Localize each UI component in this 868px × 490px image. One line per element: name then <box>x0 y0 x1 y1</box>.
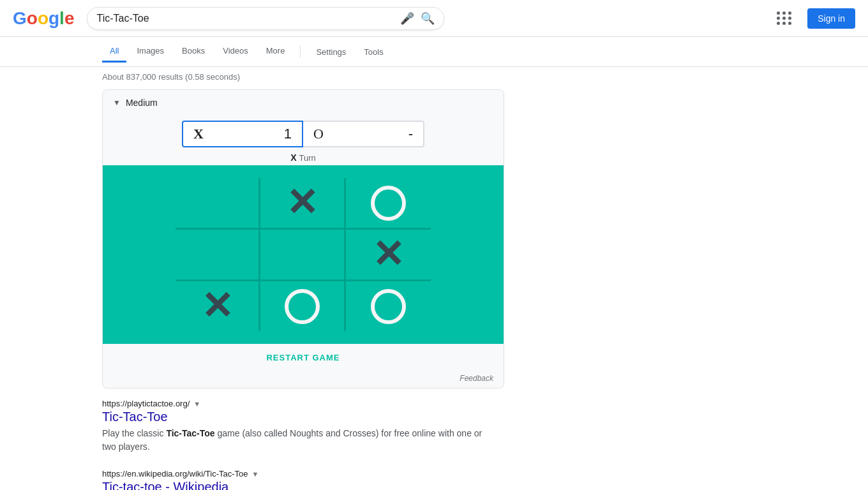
feedback-row: Feedback <box>103 371 504 388</box>
turn-text: Turn <box>299 153 316 163</box>
result-url-2: https://en.wikipedia.org/wiki/Tic-Tac-To… <box>102 469 248 479</box>
search-result-2: https://en.wikipedia.org/wiki/Tic-Tac-To… <box>102 469 485 490</box>
search-input[interactable] <box>96 13 400 24</box>
logo-o1: o <box>27 8 38 29</box>
cell-2-2[interactable] <box>346 281 431 331</box>
header: Google 🎤 🔍 Sign in <box>0 0 868 37</box>
apps-dot <box>777 11 780 15</box>
search-icon[interactable]: 🔍 <box>421 11 435 26</box>
cell-2-0[interactable]: ✕ <box>176 281 260 331</box>
sign-in-button[interactable]: Sign in <box>807 8 855 29</box>
apps-icon[interactable] <box>772 6 797 30</box>
main-content: ▼ Medium X 1 O - X Turn ✕✕✕ RESTART GAME <box>0 89 868 490</box>
cell-0-2[interactable] <box>346 178 431 230</box>
score-o-panel: O - <box>303 121 424 147</box>
dropdown-arrow-icon[interactable]: ▼ <box>113 98 121 107</box>
logo-o2: o <box>38 8 49 29</box>
nav-item-books[interactable]: Books <box>174 41 213 63</box>
cell-1-1[interactable] <box>260 230 345 281</box>
game-card-header: ▼ Medium <box>103 90 504 115</box>
restart-button[interactable]: RESTART GAME <box>103 344 504 371</box>
cell-1-2[interactable]: ✕ <box>346 230 431 281</box>
feedback-link[interactable]: Feedback <box>460 374 493 383</box>
logo-g2: g <box>49 8 59 29</box>
header-right: Sign in <box>772 6 855 30</box>
result-url-1: https://playtictactoe.org/ <box>102 399 190 408</box>
game-board: ✕✕✕ <box>103 165 504 344</box>
logo-l: l <box>59 8 64 29</box>
apps-dot <box>782 17 786 20</box>
x-mark: ✕ <box>201 287 233 325</box>
o-mark <box>285 289 320 324</box>
microphone-icon[interactable]: 🎤 <box>400 11 414 26</box>
nav-item-videos[interactable]: Videos <box>215 41 256 63</box>
cell-0-0[interactable] <box>176 178 260 230</box>
nav: All Images Books Videos More Settings To… <box>0 37 868 67</box>
apps-dot <box>782 22 786 25</box>
apps-dot <box>777 22 780 25</box>
score-x-panel: X 1 <box>182 121 303 147</box>
score-o-label: O <box>313 126 324 142</box>
x-mark: ✕ <box>286 184 318 222</box>
google-logo[interactable]: Google <box>13 8 74 29</box>
turn-indicator: X Turn <box>103 150 504 165</box>
result-url-arrow-2[interactable]: ▼ <box>252 470 259 478</box>
result-url-row-1: https://playtictactoe.org/ ▼ <box>102 399 485 408</box>
game-card: ▼ Medium X 1 O - X Turn ✕✕✕ RESTART GAME <box>102 89 504 389</box>
apps-dot <box>788 22 791 25</box>
turn-player: X <box>290 152 296 163</box>
search-icons: 🎤 🔍 <box>400 11 435 26</box>
result-snippet-1: Play the classic Tic-Tac-Toe game (also … <box>102 427 485 454</box>
search-bar: 🎤 🔍 <box>87 7 444 30</box>
board-grid: ✕✕✕ <box>176 178 431 331</box>
result-title-2[interactable]: Tic-tac-toe - Wikipedia <box>102 480 485 490</box>
nav-item-images[interactable]: Images <box>129 41 172 63</box>
nav-item-all[interactable]: All <box>102 41 126 63</box>
logo-e: e <box>64 8 75 29</box>
x-mark: ✕ <box>372 235 404 274</box>
result-url-row-2: https://en.wikipedia.org/wiki/Tic-Tac-To… <box>102 469 485 479</box>
nav-separator <box>300 45 301 58</box>
score-o-value: - <box>408 126 413 142</box>
apps-dot <box>788 17 791 20</box>
nav-item-settings[interactable]: Settings <box>308 42 354 62</box>
apps-dot <box>777 17 780 20</box>
score-x-label: X <box>193 126 204 142</box>
o-mark <box>371 289 406 324</box>
results-count: About 837,000 results (0.58 seconds) <box>0 67 868 89</box>
result-url-arrow-1[interactable]: ▼ <box>193 400 200 408</box>
cell-1-0[interactable] <box>176 230 260 281</box>
score-board: X 1 O - <box>103 115 504 150</box>
cell-2-1[interactable] <box>260 281 345 331</box>
apps-dot <box>782 11 786 15</box>
apps-dot <box>788 11 791 15</box>
header-left: Google 🎤 🔍 <box>13 7 444 30</box>
nav-item-tools[interactable]: Tools <box>356 42 391 62</box>
logo-g: G <box>13 8 27 29</box>
search-result-1: https://playtictactoe.org/ ▼ Tic-Tac-Toe… <box>102 399 485 454</box>
score-x-value: 1 <box>284 126 292 142</box>
result-title-1[interactable]: Tic-Tac-Toe <box>102 410 485 424</box>
o-mark <box>371 186 406 221</box>
nav-item-more[interactable]: More <box>258 41 293 63</box>
cell-0-1[interactable]: ✕ <box>260 178 345 230</box>
difficulty-label: Medium <box>126 98 158 108</box>
